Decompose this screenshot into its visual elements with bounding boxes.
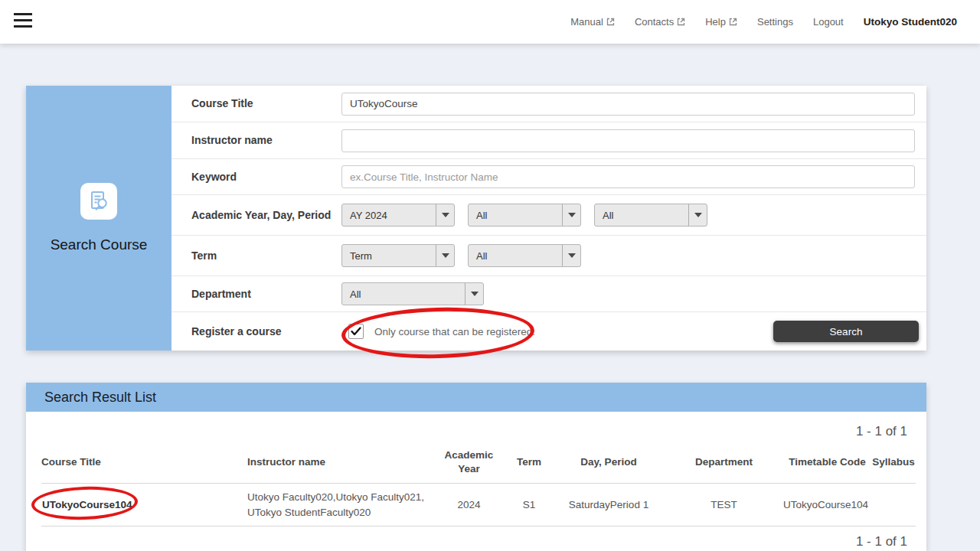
- register-only-checkbox[interactable]: [348, 324, 364, 339]
- top-bar: Manual Contacts Help Settings Logout Uto…: [0, 0, 980, 44]
- chevron-down-icon: [436, 245, 454, 266]
- hamburger-menu-icon[interactable]: [14, 13, 32, 30]
- academic-year-select-value: AY 2024: [342, 204, 436, 226]
- academic-year-select[interactable]: AY 2024: [341, 204, 455, 227]
- external-link-icon: [677, 18, 685, 26]
- form-row-term: Term Term All: [172, 236, 926, 276]
- register-only-checkbox-label: Only course that can be registered.: [374, 326, 535, 337]
- instructor-name-label: Instructor name: [191, 133, 341, 147]
- result-department: TEST: [665, 497, 783, 513]
- column-syllabus: Syllabus: [871, 455, 916, 469]
- nav-manual-label: Manual: [570, 16, 603, 28]
- keyword-input[interactable]: [341, 165, 915, 188]
- form-row-department: Department All: [172, 276, 926, 312]
- period-select[interactable]: All: [594, 204, 707, 227]
- search-button[interactable]: Search: [773, 321, 919, 342]
- nav-help-label: Help: [705, 16, 726, 28]
- form-row-instructor: Instructor name: [172, 122, 926, 159]
- result-course-title-link[interactable]: UTokyoCourse104: [41, 497, 247, 513]
- search-form: Course Title Instructor name Keyword Aca…: [172, 86, 926, 350]
- form-row-academic-year-day-period: Academic Year, Day, Period AY 2024 All A…: [172, 195, 926, 236]
- term-type-select[interactable]: Term: [341, 244, 455, 267]
- search-course-title: Search Course: [51, 236, 148, 253]
- column-department: Department: [665, 455, 783, 469]
- external-link-icon: [606, 18, 615, 26]
- day-select[interactable]: All: [468, 204, 581, 227]
- top-navigation: Manual Contacts Help Settings Logout Uto…: [570, 0, 957, 44]
- pagination-top: 1 - 1 of 1: [26, 412, 926, 439]
- search-result-card: Search Result List 1 - 1 of 1 Course Tit…: [26, 383, 926, 551]
- chevron-down-icon: [562, 204, 580, 226]
- results-table: Course Title Instructor name Academic Ye…: [41, 439, 916, 527]
- table-row[interactable]: UTokyoCourse104 Utokyo Faculty020,Utokyo…: [41, 484, 916, 527]
- search-course-card: Search Course Course Title Instructor na…: [26, 86, 926, 350]
- external-link-icon: [729, 18, 737, 26]
- nav-help[interactable]: Help: [705, 16, 737, 28]
- nav-contacts-label: Contacts: [635, 16, 674, 28]
- search-result-list-header: Search Result List: [26, 383, 926, 412]
- form-row-course-title: Course Title: [172, 86, 926, 122]
- department-label: Department: [191, 287, 341, 301]
- course-title-input[interactable]: [341, 93, 915, 116]
- term-value-select[interactable]: All: [468, 244, 581, 267]
- result-day-period: SaturdayPeriod 1: [553, 497, 665, 513]
- column-course-title: Course Title: [41, 455, 247, 469]
- result-instructor-name: Utokyo Faculty020,Utokyo Faculty021,UTok…: [247, 490, 433, 520]
- column-day-period: Day, Period: [553, 455, 665, 469]
- column-instructor-name: Instructor name: [247, 455, 433, 469]
- column-timetable-code: Timetable Code: [783, 455, 871, 469]
- chevron-down-icon: [436, 204, 454, 226]
- nav-contacts[interactable]: Contacts: [635, 16, 685, 28]
- term-value-select-value: All: [469, 245, 562, 266]
- column-term: Term: [505, 455, 553, 469]
- results-table-header-row: Course Title Instructor name Academic Ye…: [41, 439, 916, 484]
- result-academic-year: 2024: [433, 497, 505, 513]
- pagination-bottom: 1 - 1 of 1: [26, 527, 926, 549]
- term-label: Term: [191, 249, 341, 262]
- form-row-register: Register a course Only course that can b…: [172, 312, 926, 350]
- nav-settings[interactable]: Settings: [757, 16, 793, 28]
- document-search-icon: [80, 183, 117, 220]
- search-course-side-panel: Search Course: [26, 86, 172, 350]
- nav-settings-label: Settings: [757, 16, 793, 28]
- period-select-value: All: [595, 204, 688, 226]
- column-academic-year: Academic Year: [433, 448, 505, 475]
- nav-manual[interactable]: Manual: [570, 16, 615, 28]
- nav-logout-label: Logout: [813, 16, 844, 28]
- academic-year-day-period-label: Academic Year, Day, Period: [191, 208, 341, 222]
- day-select-value: All: [469, 204, 562, 226]
- result-term: S1: [505, 497, 553, 513]
- instructor-name-input[interactable]: [341, 129, 915, 152]
- keyword-label: Keyword: [191, 170, 341, 184]
- search-result-list-title: Search Result List: [44, 390, 156, 406]
- result-timetable-code: UTokyoCourse104: [783, 497, 871, 513]
- term-type-select-value: Term: [342, 245, 436, 266]
- chevron-down-icon: [465, 283, 483, 305]
- department-select-value: All: [342, 283, 465, 305]
- nav-logout[interactable]: Logout: [813, 16, 844, 28]
- chevron-down-icon: [562, 245, 580, 266]
- logged-in-username: Utokyo Student020: [864, 16, 957, 28]
- course-title-label: Course Title: [191, 96, 341, 110]
- department-select[interactable]: All: [341, 282, 484, 305]
- chevron-down-icon: [688, 204, 707, 226]
- register-a-course-label: Register a course: [191, 324, 341, 338]
- form-row-keyword: Keyword: [172, 159, 926, 195]
